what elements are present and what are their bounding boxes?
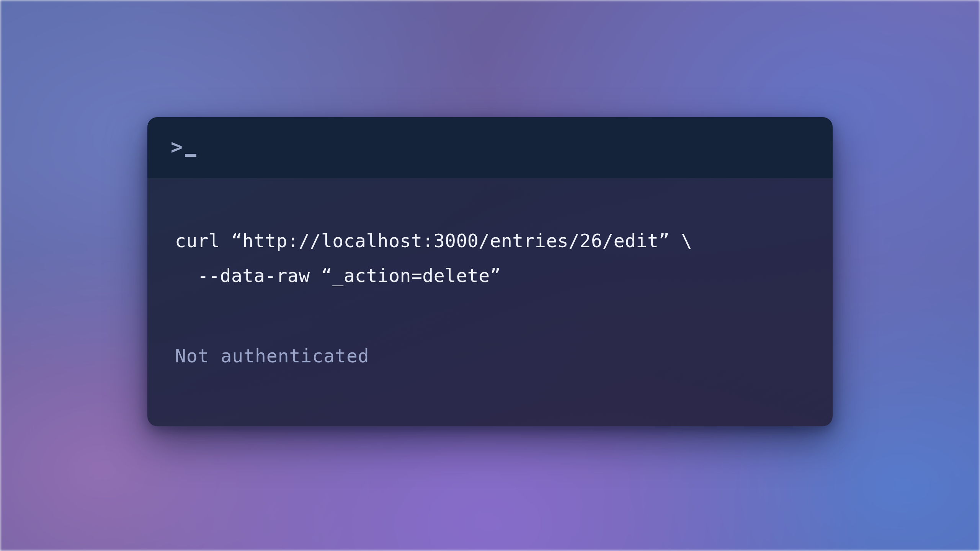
terminal-window[interactable]: > curl “http://localhost:3000/entries/26… <box>147 117 833 426</box>
terminal-body[interactable]: curl “http://localhost:3000/entries/26/e… <box>147 178 833 426</box>
prompt-caret-icon: > <box>171 135 184 159</box>
command-block: curl “http://localhost:3000/entries/26/e… <box>175 223 805 293</box>
terminal-titlebar: > <box>147 117 833 178</box>
prompt-cursor-icon <box>185 154 196 157</box>
command-output: Not authenticated <box>175 343 805 369</box>
stage: > curl “http://localhost:3000/entries/26… <box>0 0 980 551</box>
command-line-1: curl “http://localhost:3000/entries/26/e… <box>175 230 692 251</box>
command-line-2: --data-raw “_action=delete” <box>175 265 501 286</box>
terminal-prompt-icon: > <box>170 135 196 160</box>
